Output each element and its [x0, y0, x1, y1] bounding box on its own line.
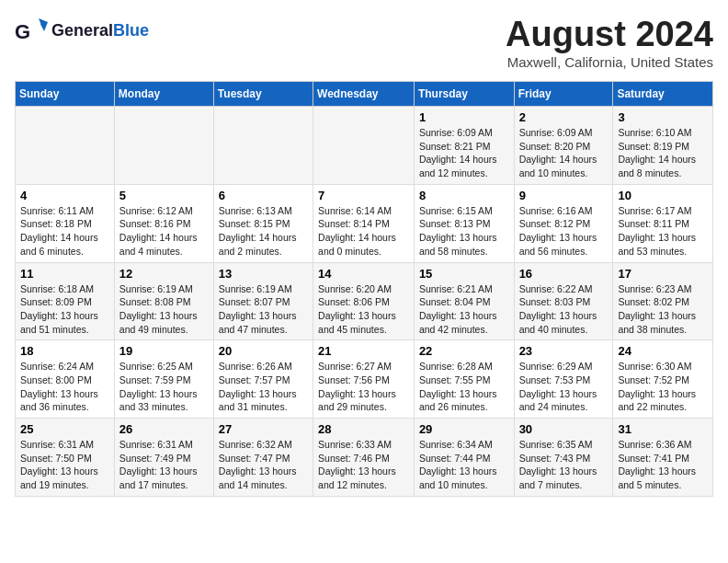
day-number: 24 [618, 344, 708, 358]
calendar-cell: 11Sunrise: 6:18 AMSunset: 8:09 PMDayligh… [16, 262, 115, 340]
calendar-cell: 10Sunrise: 6:17 AMSunset: 8:11 PMDayligh… [613, 184, 713, 262]
calendar-week-5: 25Sunrise: 6:31 AMSunset: 7:50 PMDayligh… [16, 419, 713, 497]
logo: G GeneralBlue [15, 15, 149, 48]
calendar-cell: 23Sunrise: 6:29 AMSunset: 7:53 PMDayligh… [514, 340, 613, 419]
weekday-header-monday: Monday [114, 82, 213, 107]
calendar-week-2: 4Sunrise: 6:11 AMSunset: 8:18 PMDaylight… [16, 184, 713, 262]
calendar-cell: 2Sunrise: 6:09 AMSunset: 8:20 PMDaylight… [514, 107, 613, 185]
calendar-header-row: SundayMondayTuesdayWednesdayThursdayFrid… [16, 82, 713, 107]
calendar-week-1: 1Sunrise: 6:09 AMSunset: 8:21 PMDaylight… [16, 107, 713, 185]
day-number: 23 [519, 344, 609, 358]
calendar-cell: 1Sunrise: 6:09 AMSunset: 8:21 PMDaylight… [414, 107, 514, 185]
weekday-header-tuesday: Tuesday [213, 82, 313, 107]
day-info: Sunrise: 6:15 AMSunset: 8:13 PMDaylight:… [419, 204, 509, 259]
day-number: 15 [419, 267, 509, 281]
day-number: 21 [318, 344, 409, 358]
day-number: 14 [318, 267, 409, 281]
day-number: 8 [419, 189, 509, 202]
main-title: August 2024 [506, 15, 713, 54]
calendar-table: SundayMondayTuesdayWednesdayThursdayFrid… [15, 81, 713, 497]
calendar-cell: 3Sunrise: 6:10 AMSunset: 8:19 PMDaylight… [613, 107, 713, 185]
calendar-cell: 26Sunrise: 6:31 AMSunset: 7:49 PMDayligh… [114, 419, 213, 497]
day-info: Sunrise: 6:36 AMSunset: 7:41 PMDaylight:… [618, 438, 708, 492]
calendar-cell: 30Sunrise: 6:35 AMSunset: 7:43 PMDayligh… [514, 419, 613, 497]
svg-text:G: G [15, 20, 30, 43]
day-number: 12 [119, 267, 209, 281]
calendar-cell: 31Sunrise: 6:36 AMSunset: 7:41 PMDayligh… [613, 419, 713, 497]
calendar-cell: 21Sunrise: 6:27 AMSunset: 7:56 PMDayligh… [313, 340, 415, 419]
day-number: 1 [419, 110, 509, 124]
calendar-week-4: 18Sunrise: 6:24 AMSunset: 8:00 PMDayligh… [16, 340, 713, 419]
day-info: Sunrise: 6:34 AMSunset: 7:44 PMDaylight:… [419, 438, 509, 492]
day-number: 27 [219, 422, 308, 436]
day-number: 9 [519, 189, 609, 202]
calendar-cell: 5Sunrise: 6:12 AMSunset: 8:16 PMDaylight… [114, 184, 213, 262]
day-number: 2 [519, 110, 609, 124]
day-info: Sunrise: 6:12 AMSunset: 8:16 PMDaylight:… [119, 204, 209, 259]
day-info: Sunrise: 6:29 AMSunset: 7:53 PMDaylight:… [519, 360, 609, 414]
day-number: 20 [219, 344, 308, 358]
calendar-cell [114, 107, 213, 185]
day-info: Sunrise: 6:10 AMSunset: 8:19 PMDaylight:… [618, 126, 708, 180]
day-info: Sunrise: 6:26 AMSunset: 7:57 PMDaylight:… [219, 360, 308, 414]
day-number: 26 [119, 422, 209, 436]
title-section: August 2024 Maxwell, California, United … [506, 15, 713, 70]
day-info: Sunrise: 6:09 AMSunset: 8:20 PMDaylight:… [519, 126, 609, 180]
day-number: 16 [519, 267, 609, 281]
calendar-cell: 24Sunrise: 6:30 AMSunset: 7:52 PMDayligh… [613, 340, 713, 419]
calendar-cell: 13Sunrise: 6:19 AMSunset: 8:07 PMDayligh… [213, 262, 313, 340]
day-info: Sunrise: 6:16 AMSunset: 8:12 PMDaylight:… [519, 204, 609, 259]
calendar-cell: 15Sunrise: 6:21 AMSunset: 8:04 PMDayligh… [414, 262, 514, 340]
day-info: Sunrise: 6:31 AMSunset: 7:50 PMDaylight:… [20, 438, 109, 492]
calendar-cell [213, 107, 313, 185]
calendar-cell: 9Sunrise: 6:16 AMSunset: 8:12 PMDaylight… [514, 184, 613, 262]
page-header: G GeneralBlue August 2024 Maxwell, Calif… [15, 15, 713, 70]
day-info: Sunrise: 6:25 AMSunset: 7:59 PMDaylight:… [119, 360, 209, 414]
day-number: 6 [219, 189, 308, 202]
day-number: 4 [20, 189, 109, 202]
day-info: Sunrise: 6:18 AMSunset: 8:09 PMDaylight:… [20, 282, 109, 337]
day-info: Sunrise: 6:11 AMSunset: 8:18 PMDaylight:… [20, 204, 109, 259]
day-info: Sunrise: 6:13 AMSunset: 8:15 PMDaylight:… [219, 204, 308, 259]
calendar-cell: 7Sunrise: 6:14 AMSunset: 8:14 PMDaylight… [313, 184, 415, 262]
day-number: 18 [20, 344, 109, 358]
day-info: Sunrise: 6:35 AMSunset: 7:43 PMDaylight:… [519, 438, 609, 492]
weekday-header-saturday: Saturday [613, 82, 713, 107]
day-info: Sunrise: 6:17 AMSunset: 8:11 PMDaylight:… [618, 204, 708, 259]
calendar-cell: 6Sunrise: 6:13 AMSunset: 8:15 PMDaylight… [213, 184, 313, 262]
logo-general: General [51, 21, 113, 40]
calendar-cell: 28Sunrise: 6:33 AMSunset: 7:46 PMDayligh… [313, 419, 415, 497]
day-info: Sunrise: 6:19 AMSunset: 8:08 PMDaylight:… [119, 282, 209, 337]
day-number: 25 [20, 422, 109, 436]
logo-icon: G [15, 15, 48, 48]
day-number: 10 [618, 189, 708, 202]
weekday-header-thursday: Thursday [414, 82, 514, 107]
day-number: 11 [20, 267, 109, 281]
calendar-cell: 19Sunrise: 6:25 AMSunset: 7:59 PMDayligh… [114, 340, 213, 419]
day-info: Sunrise: 6:32 AMSunset: 7:47 PMDaylight:… [219, 438, 308, 492]
logo-blue: Blue [113, 21, 149, 40]
calendar-cell: 25Sunrise: 6:31 AMSunset: 7:50 PMDayligh… [16, 419, 115, 497]
day-info: Sunrise: 6:27 AMSunset: 7:56 PMDaylight:… [318, 360, 409, 414]
calendar-week-3: 11Sunrise: 6:18 AMSunset: 8:09 PMDayligh… [16, 262, 713, 340]
day-number: 5 [119, 189, 209, 202]
day-info: Sunrise: 6:31 AMSunset: 7:49 PMDaylight:… [119, 438, 209, 492]
day-number: 19 [119, 344, 209, 358]
calendar-cell: 16Sunrise: 6:22 AMSunset: 8:03 PMDayligh… [514, 262, 613, 340]
calendar-cell: 29Sunrise: 6:34 AMSunset: 7:44 PMDayligh… [414, 419, 514, 497]
weekday-header-wednesday: Wednesday [313, 82, 415, 107]
day-info: Sunrise: 6:28 AMSunset: 7:55 PMDaylight:… [419, 360, 509, 414]
day-info: Sunrise: 6:21 AMSunset: 8:04 PMDaylight:… [419, 282, 509, 337]
day-number: 17 [618, 267, 708, 281]
day-info: Sunrise: 6:09 AMSunset: 8:21 PMDaylight:… [419, 126, 509, 180]
day-number: 3 [618, 110, 708, 124]
day-info: Sunrise: 6:22 AMSunset: 8:03 PMDaylight:… [519, 282, 609, 337]
day-info: Sunrise: 6:14 AMSunset: 8:14 PMDaylight:… [318, 204, 409, 259]
calendar-cell: 8Sunrise: 6:15 AMSunset: 8:13 PMDaylight… [414, 184, 514, 262]
day-number: 31 [618, 422, 708, 436]
day-number: 28 [318, 422, 409, 436]
calendar-cell: 4Sunrise: 6:11 AMSunset: 8:18 PMDaylight… [16, 184, 115, 262]
day-number: 7 [318, 189, 409, 202]
day-info: Sunrise: 6:19 AMSunset: 8:07 PMDaylight:… [219, 282, 308, 337]
day-info: Sunrise: 6:30 AMSunset: 7:52 PMDaylight:… [618, 360, 708, 414]
